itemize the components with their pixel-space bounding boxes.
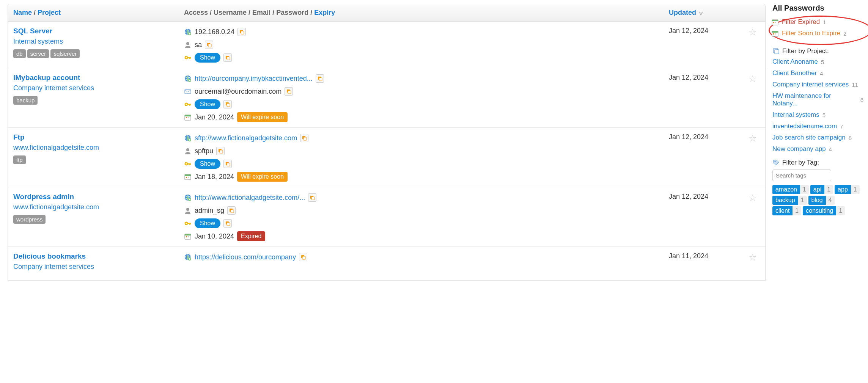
- sort-expiry[interactable]: Expiry: [314, 9, 335, 16]
- expired-count: 1: [823, 19, 826, 25]
- user-icon: [184, 41, 192, 49]
- tag[interactable]: server: [27, 49, 49, 58]
- tag-filter[interactable]: consulting1: [803, 206, 845, 215]
- username: sa: [195, 41, 202, 49]
- expiry-date: Jan 18, 2024: [195, 173, 234, 181]
- expiry-date: Jan 20, 2024: [195, 113, 234, 121]
- svg-rect-64: [189, 224, 190, 225]
- email: ourcemail@ourcdomain.com: [195, 88, 281, 96]
- calendar-icon: [771, 30, 779, 37]
- updated-date: Jan 12, 2024: [669, 27, 708, 35]
- key-icon: [184, 54, 192, 61]
- copy-user-button[interactable]: [205, 41, 213, 49]
- copy-password-button[interactable]: [223, 160, 232, 168]
- access-text: 192.168.0.24: [195, 28, 234, 36]
- svg-point-39: [186, 148, 189, 151]
- access-url[interactable]: sftp://www.fictionalgadgetsite.com: [195, 134, 297, 142]
- tag-filter[interactable]: blog4: [808, 196, 835, 205]
- copy-password-button[interactable]: [223, 219, 232, 228]
- table-row: Delicious bookmarks Company internet ser…: [8, 247, 765, 280]
- svg-rect-38: [303, 137, 307, 140]
- sort-updated[interactable]: Updated: [669, 9, 696, 16]
- globe-icon: [184, 194, 192, 201]
- tag[interactable]: backup: [13, 96, 38, 105]
- svg-point-9: [186, 57, 187, 58]
- copy-password-button[interactable]: [223, 53, 232, 62]
- svg-rect-27: [190, 105, 191, 105]
- filter-expired-link[interactable]: Filter Expired: [782, 18, 820, 26]
- star-toggle[interactable]: ☆: [748, 74, 757, 84]
- show-password-button[interactable]: Show: [195, 53, 220, 63]
- project-filter-link[interactable]: HW maintenance for Notany...: [772, 92, 857, 107]
- username: spftpu: [195, 147, 213, 155]
- svg-rect-19: [319, 78, 322, 81]
- project-filter-link[interactable]: Client Anoname: [772, 58, 818, 66]
- star-toggle[interactable]: ☆: [748, 133, 757, 143]
- copy-password-button[interactable]: [223, 100, 232, 108]
- project-count: 8: [849, 135, 852, 141]
- access-url[interactable]: https://delicious.com/ourcompany: [195, 253, 296, 261]
- tag[interactable]: ftp: [13, 155, 26, 164]
- copy-access-button[interactable]: [300, 134, 308, 142]
- access-url[interactable]: http://ourcompany.imybkacctinvented...: [195, 75, 313, 83]
- project-count: 4: [829, 146, 832, 152]
- copy-access-button[interactable]: [299, 253, 307, 261]
- entry-project-link[interactable]: Internal systems: [13, 38, 63, 46]
- project-filter-link[interactable]: inventedsitename.com: [772, 122, 837, 130]
- mail-icon: [184, 88, 192, 95]
- show-password-button[interactable]: Show: [195, 99, 220, 109]
- tag[interactable]: sqlserver: [50, 49, 80, 58]
- updated-date: Jan 12, 2024: [669, 193, 708, 200]
- expiry-badge: Expired: [237, 231, 265, 241]
- show-password-button[interactable]: Show: [195, 159, 220, 169]
- project-filter-link[interactable]: Client Banother: [772, 69, 817, 77]
- tag-filter[interactable]: api1: [810, 185, 833, 194]
- entry-title-link[interactable]: Ftp: [13, 133, 25, 141]
- star-toggle[interactable]: ☆: [748, 193, 757, 203]
- entry-title-link[interactable]: SQL Server: [13, 27, 52, 35]
- tag[interactable]: wordpress: [13, 215, 46, 224]
- access-url[interactable]: http://www.fictionalgadgetsite.com/...: [195, 194, 305, 202]
- sort-name[interactable]: Name: [13, 9, 32, 16]
- user-icon: [184, 207, 192, 214]
- entry-project-link[interactable]: www.fictionalgadgetsite.com: [13, 144, 99, 152]
- copy-email-button[interactable]: [285, 87, 293, 96]
- project-filter-link[interactable]: Internal systems: [772, 111, 819, 119]
- username: admin_sg: [195, 207, 224, 215]
- project-count: 11: [852, 82, 858, 88]
- project-count: 6: [860, 97, 863, 103]
- entry-title-link[interactable]: Delicious bookmarks: [13, 252, 86, 261]
- tag[interactable]: db: [13, 49, 26, 58]
- sort-desc-icon: ▽: [699, 11, 703, 16]
- filter-soon-link[interactable]: Filter Soon to Expire: [782, 30, 840, 37]
- copy-user-button[interactable]: [227, 206, 236, 215]
- star-toggle[interactable]: ☆: [748, 252, 757, 262]
- sep: /: [32, 9, 38, 16]
- table-row: SQL Server Internal systems dbserversqls…: [8, 22, 765, 68]
- tag-search-input[interactable]: [772, 170, 831, 181]
- entry-project-link[interactable]: Company internet services: [13, 84, 94, 92]
- tag-filter[interactable]: backup1: [772, 196, 807, 205]
- copy-user-button[interactable]: [216, 147, 225, 155]
- entry-title-link[interactable]: Wordpress admin: [13, 193, 74, 201]
- tag-filter[interactable]: app1: [835, 185, 860, 194]
- copy-access-button[interactable]: [237, 28, 246, 36]
- svg-point-87: [775, 161, 776, 162]
- copy-access-button[interactable]: [308, 193, 316, 202]
- entry-project-link[interactable]: Company internet services: [13, 263, 94, 271]
- project-filter-link[interactable]: Company internet services: [772, 81, 849, 88]
- svg-rect-71: [188, 236, 189, 237]
- sort-project[interactable]: Project: [38, 9, 61, 16]
- entry-project-link[interactable]: www.fictionalgadgetsite.com: [13, 203, 99, 211]
- tag-filter[interactable]: amazon1: [772, 185, 809, 194]
- show-password-button[interactable]: Show: [195, 218, 220, 228]
- svg-rect-67: [227, 223, 230, 226]
- project-filter-link[interactable]: Job search site campaign: [772, 134, 846, 141]
- svg-rect-14: [227, 57, 230, 60]
- copy-access-button[interactable]: [316, 74, 324, 83]
- svg-rect-79: [773, 22, 774, 23]
- project-filter-link[interactable]: New company app: [772, 145, 826, 153]
- tag-filter[interactable]: client1: [772, 206, 801, 215]
- star-toggle[interactable]: ☆: [748, 27, 757, 37]
- entry-title-link[interactable]: iMybackup account: [13, 74, 80, 82]
